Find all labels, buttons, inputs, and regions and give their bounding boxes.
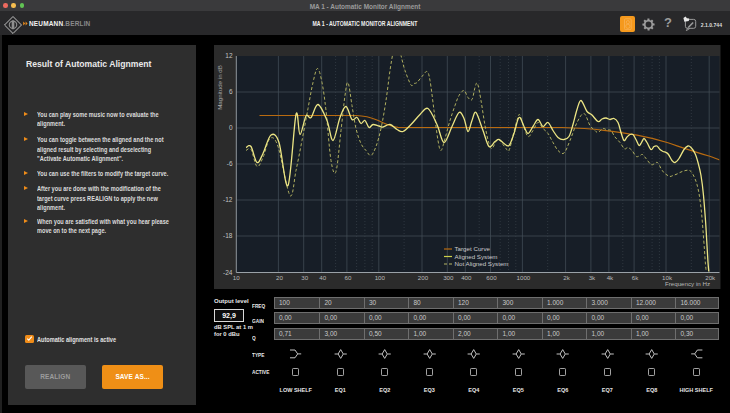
svg-text:Magnitude in dB: Magnitude in dB <box>216 65 223 110</box>
svg-text:-18: -18 <box>223 232 233 239</box>
svg-text:40: 40 <box>319 274 326 281</box>
svg-text:3k: 3k <box>589 274 596 281</box>
svg-text:6: 6 <box>229 88 233 95</box>
svg-text:30: 30 <box>301 274 308 281</box>
svg-text:200: 200 <box>418 274 429 281</box>
svg-text:4k: 4k <box>607 274 614 281</box>
svg-text:Frequency in Hz: Frequency in Hz <box>665 279 710 286</box>
svg-text:6k: 6k <box>632 274 639 281</box>
svg-text:12: 12 <box>225 52 233 59</box>
svg-text:1000: 1000 <box>517 274 531 281</box>
svg-text:600: 600 <box>486 274 497 281</box>
svg-text:2k: 2k <box>563 274 570 281</box>
svg-text:-6: -6 <box>227 160 233 167</box>
svg-text:Not Aligned System: Not Aligned System <box>455 260 509 267</box>
svg-text:10: 10 <box>233 274 240 281</box>
svg-text:60: 60 <box>344 274 351 281</box>
svg-text:Target Curve: Target Curve <box>455 245 491 252</box>
svg-text:0: 0 <box>229 124 233 131</box>
svg-text:20: 20 <box>276 274 283 281</box>
svg-text:-12: -12 <box>223 196 233 203</box>
svg-text:-24: -24 <box>223 268 233 275</box>
svg-text:400: 400 <box>461 274 472 281</box>
svg-text:Aligned System: Aligned System <box>455 252 498 259</box>
svg-text:100: 100 <box>375 274 386 281</box>
svg-text:300: 300 <box>443 274 454 281</box>
